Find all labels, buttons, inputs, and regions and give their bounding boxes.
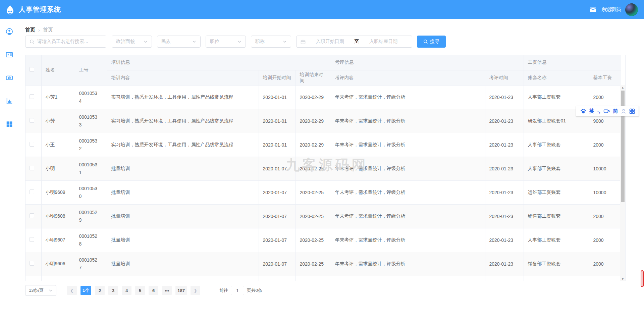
money-icon	[6, 74, 13, 82]
row-checkbox[interactable]	[30, 213, 34, 218]
row-checkbox[interactable]	[30, 237, 34, 242]
cell-eval-time: 2020-01-23	[485, 85, 524, 109]
cell-eval-content: 年末考评，需求量统计，评级分析	[331, 252, 485, 276]
chevron-down-icon	[283, 40, 287, 44]
cell-eval-content: 年末考评，需求量统计，评级分析	[331, 109, 485, 133]
table-row[interactable]: 小明960600010527批量培训2020-01-072020-02-25年末…	[25, 252, 621, 276]
cell-checkbox	[25, 157, 41, 180]
hire-date-range-picker[interactable]: 入职开始日期 至 入职结束日期	[296, 36, 412, 48]
total-label: 页共0条	[247, 287, 262, 293]
page-number-button[interactable]: 187	[175, 286, 187, 295]
user-circle-icon	[6, 28, 13, 35]
page-number-button[interactable]: 1个	[80, 286, 91, 295]
page-number-button[interactable]: 5	[135, 286, 145, 295]
sidebar-item-employee[interactable]	[0, 24, 18, 39]
title-select[interactable]: 职称	[251, 36, 291, 48]
cell-checkbox	[25, 180, 41, 204]
ime-grid-icon[interactable]	[629, 108, 635, 114]
page-number-button[interactable]: 4	[122, 286, 131, 295]
cell-training-content: 实习培训，熟悉开发环境，工具使用，属性产品线常见流程	[107, 133, 259, 157]
page-scrollbar-thumb[interactable]	[641, 270, 644, 287]
sidebar-item-system[interactable]	[0, 116, 18, 132]
table-row[interactable]: 小明960900010530批量培训2020-01-072020-02-25年末…	[25, 180, 621, 204]
row-checkbox[interactable]	[30, 118, 34, 123]
employee-search-input[interactable]: 请输入员工名进行搜索...	[25, 36, 106, 48]
table-row[interactable]: 小明960500010526批量培训2020-01-072020-02-25年末…	[25, 276, 621, 281]
mail-icon[interactable]	[589, 6, 597, 13]
table-row[interactable]: 小芳00010533实习培训，熟悉开发环境，工具使用，属性产品线常见流程2020…	[25, 109, 621, 133]
cell-name: 小明9609	[41, 180, 75, 204]
ime-english-mode[interactable]: 英	[589, 108, 594, 114]
page-number-button[interactable]: 6	[149, 286, 158, 295]
cell-eval-content: 年末考评，需求量统计，评级分析	[331, 204, 485, 228]
page-size-select[interactable]: 13条/页	[25, 285, 56, 296]
scroll-up-arrow[interactable]: ▲	[620, 85, 625, 90]
cell-emp-id: 00010530	[75, 180, 107, 204]
baidu-paw-icon[interactable]	[580, 108, 586, 114]
cell-account-name: 销售部工资账套	[524, 204, 589, 228]
row-checkbox[interactable]	[30, 189, 34, 194]
current-user-name[interactable]: 系统管理员	[601, 6, 620, 13]
cell-name: 小芳1	[41, 85, 75, 109]
pagination: 13条/页 ❮ 1个23456•••187 ❯ 前往 页共0条	[25, 285, 262, 296]
breadcrumb: 首页 › 首页	[25, 27, 53, 33]
ethnicity-select[interactable]: 民族	[157, 36, 201, 48]
cell-checkbox	[25, 85, 41, 109]
cell-training-content: 批量培训	[107, 157, 259, 180]
page-number-button[interactable]: 2	[95, 286, 105, 295]
table-row[interactable]: 小明00010531批量培训2020-01-072020-02-25年末考评，需…	[25, 157, 621, 180]
app-header: 人事管理系统 系统管理员	[0, 0, 644, 19]
breadcrumb-current: 首页	[43, 27, 53, 33]
main-content: 首页 › 首页 请输入员工名进行搜索... 政治面貌 民族 职位	[18, 19, 644, 325]
row-checkbox[interactable]	[30, 142, 34, 147]
date-start-placeholder[interactable]: 入职开始日期	[306, 39, 355, 45]
cell-checkbox	[25, 204, 41, 228]
cell-training-start: 2020-01-01	[259, 109, 296, 133]
cell-training-start: 2020-01-07	[259, 204, 296, 228]
table-row[interactable]: 小明960800010529批量培训2020-01-072020-02-25年末…	[25, 204, 621, 228]
cell-base-salary: 10000	[589, 180, 621, 204]
chevron-down-icon	[192, 40, 196, 44]
table-row[interactable]: 小王00010532实习培训，熟悉开发环境，工具使用，属性产品线常见流程2020…	[25, 133, 621, 157]
cell-eval-content: 年末考评，需求量统计，评级分析	[331, 228, 485, 252]
search-button[interactable]: 搜寻	[417, 36, 446, 48]
cell-account-name: 人事部工资账套	[524, 85, 589, 109]
prev-page-button[interactable]: ❮	[67, 286, 77, 295]
goto-page-input[interactable]	[231, 286, 244, 295]
page-ellipsis-button[interactable]: •••	[162, 286, 172, 295]
cell-account-name: 人事部工资账套	[524, 157, 589, 180]
person-icon[interactable]	[621, 109, 626, 114]
cell-emp-id: 00010526	[75, 276, 107, 281]
cup-icon[interactable]	[603, 109, 610, 114]
cell-training-end: 2020-02-25	[296, 157, 331, 180]
next-page-button[interactable]: ❯	[191, 286, 200, 295]
scroll-down-arrow[interactable]: ▼	[620, 277, 625, 281]
sidebar-item-statistics[interactable]	[0, 93, 18, 109]
row-checkbox[interactable]	[30, 261, 34, 266]
cell-training-start: 2020-01-07	[259, 157, 296, 180]
row-checkbox[interactable]	[30, 94, 34, 99]
user-avatar[interactable]	[625, 3, 638, 16]
select-all-checkbox[interactable]	[30, 67, 34, 72]
sidebar-item-records[interactable]	[0, 47, 18, 62]
breadcrumb-home[interactable]: 首页	[25, 27, 35, 33]
employee-table: 姓名 工号 培训信息 考评信息 工资信息 培训内容 培训开始时间 培训结束时间 …	[25, 55, 626, 281]
ime-toolbar: 英 ·, 简	[576, 106, 639, 116]
sidebar-item-salary[interactable]	[0, 70, 18, 86]
cell-account-name: 销售部工资账套	[524, 252, 589, 276]
page-number-button[interactable]: 3	[108, 286, 118, 295]
date-end-placeholder[interactable]: 入职结束日期	[359, 39, 408, 45]
ime-punctuation-mode[interactable]: ·,	[597, 108, 600, 114]
row-checkbox[interactable]	[30, 166, 34, 170]
ime-simplified-mode[interactable]: 简	[613, 108, 618, 114]
political-status-select[interactable]: 政治面貌	[112, 36, 152, 48]
chevron-down-icon	[237, 40, 241, 44]
table-row[interactable]: 小明960700010528批量培训2020-01-072020-02-25年末…	[25, 228, 621, 252]
cell-eval-content: 年末考评，需求量统计，评级分析	[331, 157, 485, 180]
position-select[interactable]: 职位	[206, 36, 246, 48]
search-button-label: 搜寻	[430, 39, 439, 45]
cell-base-salary: 10000	[589, 157, 621, 180]
cell-training-end: 2020-02-29	[296, 85, 331, 109]
group-header-training: 培训信息	[107, 55, 331, 70]
table-row[interactable]: 小芳100010534实习培训，熟悉开发环境，工具使用，属性产品线常见流程202…	[25, 85, 621, 109]
